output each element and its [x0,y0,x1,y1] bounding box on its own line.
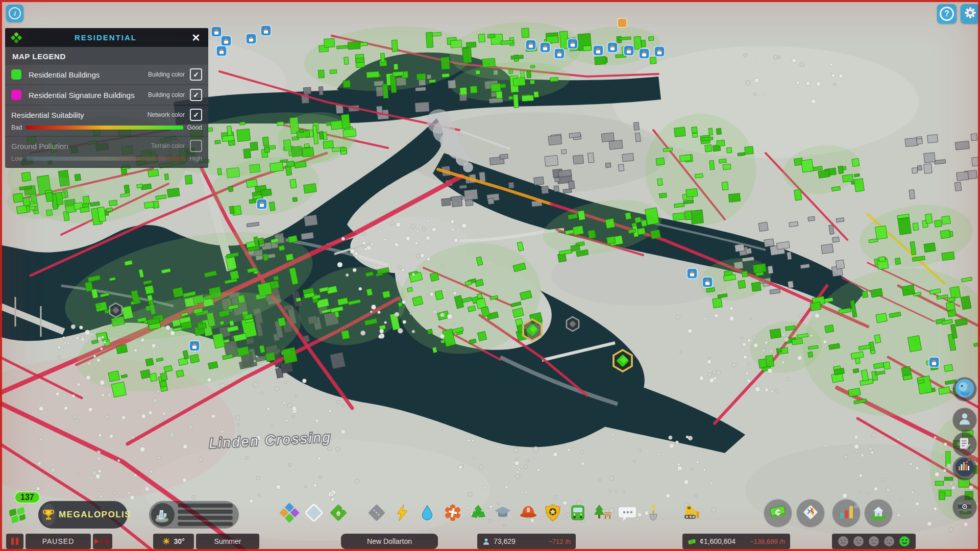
building-notification-marker[interactable] [568,39,578,49]
happiness-display[interactable] [832,534,916,549]
water-drop-icon [419,504,436,523]
building-notification-marker[interactable] [654,46,665,57]
house-hill-icon [868,502,889,524]
alert-marker[interactable] [618,18,627,28]
citizens-button[interactable] [952,408,977,432]
bulldozer-button[interactable] [679,503,702,525]
city-name: New Dollarton [367,537,412,545]
building-notification-marker[interactable] [216,46,227,56]
building-notification-marker[interactable] [221,36,231,46]
building-color-checkbox[interactable]: ✓ [190,89,202,101]
season-display[interactable]: Summer [196,534,259,549]
residential-buildings-swatch [11,69,21,80]
xp-button[interactable] [7,503,31,526]
police-tool-button[interactable] [542,503,564,525]
very-sad-face-icon [838,536,849,547]
city-progress-group[interactable] [149,501,239,529]
transportation-overview-button[interactable] [796,499,825,528]
money-icon [688,538,696,545]
radio-button[interactable] [952,456,977,481]
bus-icon [568,503,587,524]
pause-button[interactable] [6,534,23,549]
medical-star-icon [443,503,462,524]
lightning-icon [393,504,411,524]
info-button[interactable]: i [6,5,23,22]
route-marker[interactable] [567,317,579,331]
healthcare-tool-button[interactable] [442,503,464,525]
fire-rescue-tool-button[interactable] [517,503,540,525]
recycle-icon [469,503,488,524]
garbage-tool-button[interactable] [467,503,489,525]
building-notification-marker[interactable] [593,45,603,56]
journal-button[interactable] [952,432,977,457]
pause-icon [10,538,19,545]
progress-bars [178,504,239,526]
person-icon [957,411,972,429]
building-notification-marker[interactable] [540,42,550,53]
building-notification-marker[interactable] [246,34,256,44]
signature-building-marker[interactable] [614,350,632,371]
road-tile-icon [366,502,387,525]
close-icon: ✕ [192,32,201,43]
statistics-button[interactable] [832,499,861,528]
areas-tool-button[interactable] [303,503,325,525]
building-notification-marker[interactable] [261,26,271,36]
building-notification-marker[interactable] [526,40,536,50]
suitability-gradient [26,126,183,130]
terrain-tool-button[interactable] [327,503,350,525]
building-notification-marker[interactable] [929,357,939,367]
city-name-display[interactable]: New Dollarton [341,534,438,549]
legend-row-signature-buildings: Residential Signature Buildings Building… [5,85,208,105]
settings-button[interactable] [961,4,980,23]
tree-bench-icon [592,502,613,525]
close-button[interactable]: ✕ [189,31,203,45]
building-notification-marker[interactable] [211,27,222,37]
zoning-tool-button[interactable] [278,503,301,525]
landscaping-tool-button[interactable] [642,503,665,525]
check-icon: ✓ [193,111,199,118]
speed-button[interactable] [93,534,112,549]
building-color-checkbox[interactable]: ✓ [190,68,202,81]
roads-tool-button[interactable] [365,503,388,525]
check-icon: ✓ [193,71,199,78]
legend-label: Residential Suitability [11,111,148,119]
building-notification-marker[interactable] [687,268,697,279]
building-notification-marker[interactable] [607,42,618,53]
money-display[interactable]: ¢1,600,604 −138,699 /h [682,534,790,549]
transportation-tool-button[interactable] [567,503,589,525]
shovel-icon [644,504,663,524]
legend-row-suitability: Residential Suitability Network color ✓ … [5,106,208,136]
economy-button[interactable]: ¢ [764,499,792,528]
zoning-icon [279,502,300,525]
water-tool-button[interactable] [416,503,438,525]
route-marker[interactable] [110,303,122,317]
population-trend: −712 /h [548,538,571,545]
terrain-tile-icon [328,502,349,525]
photo-mode-button[interactable] [952,495,977,519]
building-notification-marker[interactable] [257,199,267,209]
bulldozer-icon [679,502,702,526]
building-notification-marker[interactable] [189,341,200,351]
temperature-display[interactable]: ☀ 30° [153,534,194,549]
milestone-button[interactable]: MEGALOPOLIS [38,501,128,529]
building-notification-marker[interactable] [554,48,565,59]
help-button[interactable]: ? [937,4,957,23]
network-color-checkbox[interactable]: ✓ [190,109,202,121]
city-information-button[interactable] [864,499,893,528]
building-notification-marker[interactable] [639,48,649,59]
milestone-name: MEGALOPOLIS [59,510,139,520]
parks-tool-button[interactable] [591,503,614,525]
communications-tool-button[interactable] [617,503,639,525]
electricity-tool-button[interactable] [391,503,413,525]
education-tool-button[interactable] [492,503,514,525]
season-value: Summer [214,537,241,545]
chirper-button[interactable] [952,377,977,402]
scale-min-label: Bad [11,124,22,131]
signature-building-marker[interactable] [523,319,542,341]
population-display[interactable]: 73,629 −712 /h [477,534,576,549]
scale-min-label: Low [11,155,22,162]
terrain-color-checkbox[interactable] [190,140,202,152]
population-value: 73,629 [494,537,516,545]
building-notification-marker[interactable] [702,277,713,287]
building-notification-marker[interactable] [624,45,634,56]
